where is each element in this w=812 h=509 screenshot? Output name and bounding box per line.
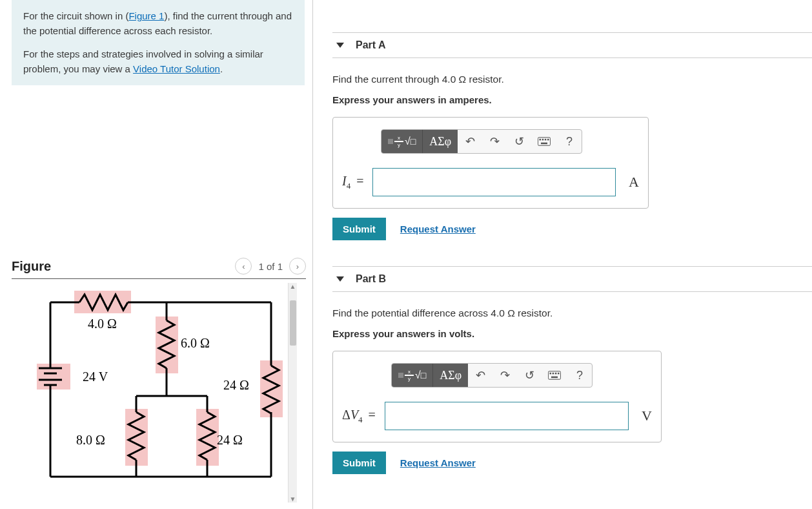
part-b-instructions: Express your answers in volts. — [332, 328, 812, 339]
circuit-diagram: 4.0 Ω 6.0 Ω 24 V 24 Ω 8.0 Ω 24 Ω — [12, 283, 289, 490]
label-r8: 8.0 Ω — [76, 433, 105, 447]
reset-button[interactable]: ↺ — [507, 130, 531, 153]
figure-scrollbar[interactable]: ▲ ▼ — [288, 283, 297, 503]
caret-down-icon — [336, 276, 344, 282]
next-figure-button[interactable]: › — [289, 258, 306, 275]
template-fraction-button[interactable]: xy□ — [392, 364, 433, 387]
scroll-thumb[interactable] — [290, 300, 296, 346]
equation-toolbar: xy□ ΑΣφ ↶ ↷ ↺ ? — [391, 363, 593, 388]
help-button[interactable]: ? — [567, 364, 592, 387]
scroll-up-icon[interactable]: ▲ — [290, 283, 296, 290]
part-b-block: Part B Find the potential difference acr… — [332, 266, 812, 474]
help-button[interactable]: ? — [557, 130, 582, 153]
undo-button[interactable]: ↶ — [468, 364, 492, 387]
svg-rect-13 — [545, 139, 547, 141]
part-a-instructions: Express your answers in amperes. — [332, 94, 812, 105]
label-r6: 6.0 Ω — [181, 336, 210, 350]
svg-rect-15 — [541, 143, 547, 145]
label-r24b: 24 Ω — [217, 433, 243, 447]
unit-label: V — [642, 408, 652, 424]
figure-viewport: 4.0 Ω 6.0 Ω 24 V 24 Ω 8.0 Ω 24 Ω ▲ ▼ — [12, 283, 306, 503]
part-b-prompt: Find the potential difference across 4.0… — [332, 307, 812, 319]
figure-link[interactable]: Figure 1 — [128, 10, 164, 21]
variable-label: ΔV4 = — [342, 408, 378, 425]
label-r24a: 24 Ω — [223, 378, 249, 392]
template-fraction-button[interactable]: xy□ — [381, 130, 423, 153]
greek-symbols-button[interactable]: ΑΣφ — [423, 130, 458, 153]
svg-rect-20 — [558, 373, 560, 375]
keyboard-button[interactable] — [531, 130, 557, 153]
part-a-submit-button[interactable]: Submit — [332, 218, 386, 240]
svg-rect-17 — [550, 373, 552, 375]
part-a-block: Part A Find the current through 4.0 Ω re… — [332, 32, 812, 240]
problem-intro: For the circuit shown in (Figure 1), fin… — [12, 0, 305, 85]
part-b-answer-input[interactable] — [385, 402, 629, 430]
greek-symbols-button[interactable]: ΑΣφ — [433, 364, 468, 387]
part-a-request-answer-link[interactable]: Request Answer — [400, 223, 476, 234]
variable-label: I4 = — [342, 174, 366, 191]
figure-title: Figure — [12, 259, 51, 274]
svg-rect-10 — [538, 138, 551, 146]
label-v24: 24 V — [83, 369, 108, 384]
unit-label: A — [629, 174, 639, 191]
intro-text: . — [220, 63, 223, 74]
figure-section: Figure ‹ 1 of 1 › — [12, 253, 306, 503]
left-panel: For the circuit shown in (Figure 1), fin… — [0, 0, 313, 509]
part-a-header[interactable]: Part A — [332, 32, 812, 58]
redo-button[interactable]: ↷ — [482, 130, 507, 153]
redo-button[interactable]: ↷ — [492, 364, 517, 387]
part-b-answer-box: xy□ ΑΣφ ↶ ↷ ↺ ? ΔV4 = V — [332, 351, 662, 442]
caret-down-icon — [336, 43, 344, 48]
pager-label: 1 of 1 — [258, 261, 283, 272]
svg-rect-14 — [547, 139, 549, 141]
undo-button[interactable]: ↶ — [458, 130, 482, 153]
svg-rect-11 — [540, 139, 542, 141]
label-r4: 4.0 Ω — [88, 317, 117, 331]
svg-rect-19 — [555, 373, 557, 375]
equation-toolbar: xy□ ΑΣφ ↶ ↷ ↺ ? — [381, 129, 582, 154]
part-b-header[interactable]: Part B — [332, 266, 812, 292]
prev-figure-button[interactable]: ‹ — [235, 258, 252, 275]
intro-text: For the circuit shown in ( — [23, 10, 128, 21]
part-b-title: Part B — [356, 273, 386, 285]
part-b-request-answer-link[interactable]: Request Answer — [400, 457, 476, 468]
right-panel: Part A Find the current through 4.0 Ω re… — [313, 0, 812, 509]
part-a-answer-input[interactable] — [372, 168, 616, 196]
video-tutor-link[interactable]: Video Tutor Solution — [133, 63, 220, 74]
reset-button[interactable]: ↺ — [517, 364, 542, 387]
part-b-submit-button[interactable]: Submit — [332, 452, 386, 474]
svg-rect-12 — [542, 139, 544, 141]
part-a-title: Part A — [356, 39, 386, 51]
svg-rect-18 — [553, 373, 554, 375]
scroll-down-icon[interactable]: ▼ — [290, 495, 296, 503]
keyboard-button[interactable] — [542, 364, 567, 387]
part-a-prompt: Find the current through 4.0 Ω resistor. — [332, 74, 812, 85]
figure-pager: ‹ 1 of 1 › — [235, 258, 306, 275]
part-a-answer-box: xy□ ΑΣφ ↶ ↷ ↺ ? I4 = A — [332, 117, 649, 209]
svg-rect-21 — [551, 377, 558, 379]
svg-rect-16 — [549, 371, 561, 380]
